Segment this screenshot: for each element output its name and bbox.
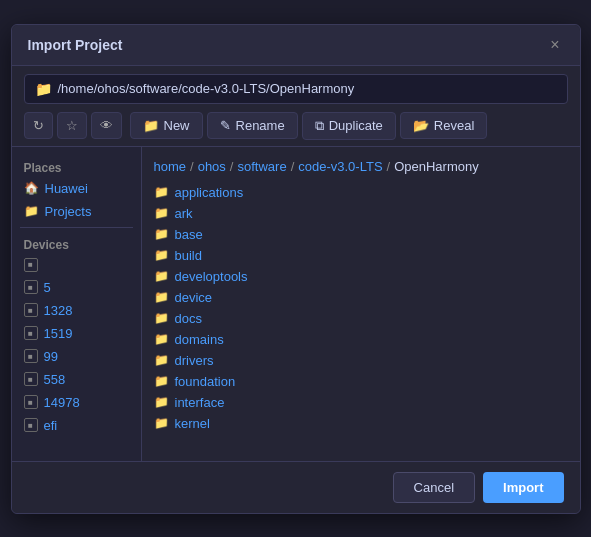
sidebar-item-label: Huawei bbox=[45, 181, 88, 196]
device-icon: ■ bbox=[24, 349, 38, 363]
file-name: build bbox=[175, 248, 202, 263]
duplicate-button[interactable]: ⧉ Duplicate bbox=[302, 112, 396, 140]
sidebar-item-projects[interactable]: 📁 Projects bbox=[12, 200, 141, 223]
folder-icon: 📁 bbox=[154, 353, 169, 367]
file-item[interactable]: 📁ark bbox=[142, 203, 580, 224]
rename-button[interactable]: ✎ Rename bbox=[207, 112, 298, 139]
device-icon: ■ bbox=[24, 258, 38, 272]
breadcrumb-sep-2: / bbox=[230, 159, 234, 174]
sidebar-item-huawei[interactable]: 🏠 Huawei bbox=[12, 177, 141, 200]
breadcrumb-codev3[interactable]: code-v3.0-LTS bbox=[298, 159, 382, 174]
reveal-icon: 📂 bbox=[413, 118, 429, 133]
file-name: docs bbox=[175, 311, 202, 326]
new-button[interactable]: 📁 New bbox=[130, 112, 203, 139]
device-label: 1519 bbox=[44, 326, 73, 341]
home-icon: 🏠 bbox=[24, 181, 39, 195]
new-icon: 📁 bbox=[143, 118, 159, 133]
import-project-dialog: Import Project × 📁 /home/ohos/software/c… bbox=[11, 24, 581, 514]
bookmark-button[interactable]: ☆ bbox=[57, 112, 87, 139]
folder-icon: 📁 bbox=[24, 204, 39, 218]
file-item[interactable]: 📁foundation bbox=[142, 371, 580, 392]
file-item[interactable]: 📁base bbox=[142, 224, 580, 245]
sidebar-device-efi[interactable]: ■ efi bbox=[12, 414, 141, 437]
title-bar: Import Project × bbox=[12, 25, 580, 66]
device-label: 14978 bbox=[44, 395, 80, 410]
file-name: developtools bbox=[175, 269, 248, 284]
duplicate-label: Duplicate bbox=[329, 118, 383, 133]
main-content: Places 🏠 Huawei 📁 Projects Devices ■ ■ 5… bbox=[12, 146, 580, 461]
reveal-label: Reveal bbox=[434, 118, 474, 133]
file-name: kernel bbox=[175, 416, 210, 431]
duplicate-icon: ⧉ bbox=[315, 118, 324, 134]
file-item[interactable]: 📁developtools bbox=[142, 266, 580, 287]
sidebar: Places 🏠 Huawei 📁 Projects Devices ■ ■ 5… bbox=[12, 147, 142, 461]
sidebar-device-558[interactable]: ■ 558 bbox=[12, 368, 141, 391]
dialog-footer: Cancel Import bbox=[12, 461, 580, 513]
file-item[interactable]: 📁kernel bbox=[142, 413, 580, 434]
reveal-button[interactable]: 📂 Reveal bbox=[400, 112, 487, 139]
cancel-button[interactable]: Cancel bbox=[393, 472, 475, 503]
sidebar-device-99[interactable]: ■ 99 bbox=[12, 345, 141, 368]
device-label: 5 bbox=[44, 280, 51, 295]
file-name: foundation bbox=[175, 374, 236, 389]
import-button[interactable]: Import bbox=[483, 472, 563, 503]
sidebar-device-5[interactable]: ■ 5 bbox=[12, 276, 141, 299]
file-list: 📁applications📁ark📁base📁build📁developtool… bbox=[142, 182, 580, 434]
rename-label: Rename bbox=[236, 118, 285, 133]
device-icon: ■ bbox=[24, 303, 38, 317]
breadcrumb-software[interactable]: software bbox=[237, 159, 286, 174]
path-bar: 📁 /home/ohos/software/code-v3.0-LTS/Open… bbox=[24, 74, 568, 104]
file-item[interactable]: 📁device bbox=[142, 287, 580, 308]
close-button[interactable]: × bbox=[546, 35, 563, 55]
path-text: /home/ohos/software/code-v3.0-LTS/OpenHa… bbox=[58, 81, 557, 96]
file-item[interactable]: 📁build bbox=[142, 245, 580, 266]
breadcrumb-ohos[interactable]: ohos bbox=[198, 159, 226, 174]
file-name: base bbox=[175, 227, 203, 242]
sidebar-device-1328[interactable]: ■ 1328 bbox=[12, 299, 141, 322]
folder-icon: 📁 bbox=[154, 248, 169, 262]
file-item[interactable]: 📁interface bbox=[142, 392, 580, 413]
device-icon: ■ bbox=[24, 372, 38, 386]
device-icon: ■ bbox=[24, 418, 38, 432]
sidebar-device-1519[interactable]: ■ 1519 bbox=[12, 322, 141, 345]
path-folder-icon: 📁 bbox=[35, 81, 52, 97]
file-name: ark bbox=[175, 206, 193, 221]
sidebar-item-label: Projects bbox=[45, 204, 92, 219]
breadcrumb-sep-4: / bbox=[387, 159, 391, 174]
folder-icon: 📁 bbox=[154, 185, 169, 199]
folder-icon: 📁 bbox=[154, 416, 169, 430]
toolbar: ↻ ☆ 👁 📁 New ✎ Rename ⧉ Duplicate 📂 Revea… bbox=[12, 112, 580, 146]
file-name: interface bbox=[175, 395, 225, 410]
file-name: device bbox=[175, 290, 213, 305]
breadcrumb-sep-3: / bbox=[291, 159, 295, 174]
file-name: applications bbox=[175, 185, 244, 200]
device-label: 1328 bbox=[44, 303, 73, 318]
device-label: 558 bbox=[44, 372, 66, 387]
toolbar-left: ↻ ☆ 👁 bbox=[24, 112, 122, 139]
devices-section-title: Devices bbox=[12, 232, 141, 254]
device-icon: ■ bbox=[24, 395, 38, 409]
rename-icon: ✎ bbox=[220, 118, 231, 133]
dialog-title: Import Project bbox=[28, 37, 123, 53]
eye-button[interactable]: 👁 bbox=[91, 112, 122, 139]
breadcrumb-home[interactable]: home bbox=[154, 159, 187, 174]
breadcrumb: home / ohos / software / code-v3.0-LTS /… bbox=[142, 155, 580, 182]
folder-icon: 📁 bbox=[154, 227, 169, 241]
folder-icon: 📁 bbox=[154, 206, 169, 220]
file-item[interactable]: 📁docs bbox=[142, 308, 580, 329]
folder-icon: 📁 bbox=[154, 311, 169, 325]
folder-icon: 📁 bbox=[154, 269, 169, 283]
folder-icon: 📁 bbox=[154, 332, 169, 346]
file-name: drivers bbox=[175, 353, 214, 368]
device-label: 99 bbox=[44, 349, 58, 364]
sidebar-device-14978[interactable]: ■ 14978 bbox=[12, 391, 141, 414]
sidebar-device-empty[interactable]: ■ bbox=[12, 254, 141, 276]
file-item[interactable]: 📁drivers bbox=[142, 350, 580, 371]
breadcrumb-sep-1: / bbox=[190, 159, 194, 174]
file-item[interactable]: 📁applications bbox=[142, 182, 580, 203]
refresh-button[interactable]: ↻ bbox=[24, 112, 53, 139]
device-icon: ■ bbox=[24, 280, 38, 294]
breadcrumb-openharmony: OpenHarmony bbox=[394, 159, 479, 174]
file-item[interactable]: 📁domains bbox=[142, 329, 580, 350]
new-label: New bbox=[164, 118, 190, 133]
